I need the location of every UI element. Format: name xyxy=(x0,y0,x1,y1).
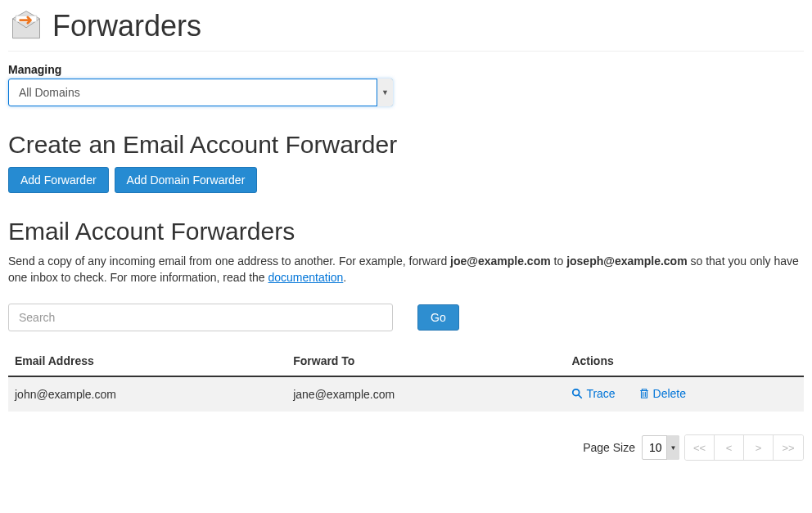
pager-next[interactable]: > xyxy=(744,435,774,460)
svg-line-1 xyxy=(579,395,582,398)
documentation-link[interactable]: documentation xyxy=(268,271,344,284)
col-actions: Actions xyxy=(565,346,804,376)
col-email: Email Address xyxy=(8,346,286,376)
page-header: Forwarders xyxy=(8,8,804,52)
pager-first[interactable]: << xyxy=(685,435,715,460)
search-input[interactable] xyxy=(8,304,393,331)
forwarders-icon xyxy=(8,8,44,44)
create-section-title: Create an Email Account Forwarder xyxy=(8,131,804,159)
add-forwarder-button[interactable]: Add Forwarder xyxy=(8,167,109,193)
cell-email: john@example.com xyxy=(8,376,286,412)
add-domain-forwarder-button[interactable]: Add Domain Forwarder xyxy=(115,167,258,193)
managing-label: Managing xyxy=(8,63,804,76)
list-section-title: Email Account Forwarders xyxy=(8,218,804,245)
create-button-row: Add Forwarder Add Domain Forwarder xyxy=(8,167,804,193)
page-title: Forwarders xyxy=(52,9,201,43)
page-size-select-wrapper: 10 ▼ xyxy=(642,435,679,460)
trace-link[interactable]: Trace xyxy=(571,387,615,400)
pager: << < > >> xyxy=(684,434,804,461)
forwarders-table: Email Address Forward To Actions john@ex… xyxy=(8,346,804,412)
search-icon xyxy=(571,388,583,399)
go-button[interactable]: Go xyxy=(417,304,459,331)
managing-select-wrapper: All Domains ▼ xyxy=(8,79,393,106)
col-forward-to: Forward To xyxy=(286,346,565,376)
cell-forward-to: jane@example.com xyxy=(286,376,565,412)
cell-actions: Trace Delete xyxy=(565,376,804,412)
list-description: Send a copy of any incoming email from o… xyxy=(8,254,804,286)
managing-select[interactable]: All Domains xyxy=(8,79,393,106)
pager-prev[interactable]: < xyxy=(715,435,744,460)
page-size-label: Page Size xyxy=(583,441,635,454)
pager-last[interactable]: >> xyxy=(774,435,803,460)
delete-link[interactable]: Delete xyxy=(638,387,686,400)
trash-icon xyxy=(638,388,650,399)
table-row: john@example.com jane@example.com Trace … xyxy=(8,376,804,412)
search-row: Go xyxy=(8,304,804,331)
page-size-select[interactable]: 10 xyxy=(642,435,679,460)
pagination: Page Size 10 ▼ << < > >> xyxy=(8,434,804,461)
